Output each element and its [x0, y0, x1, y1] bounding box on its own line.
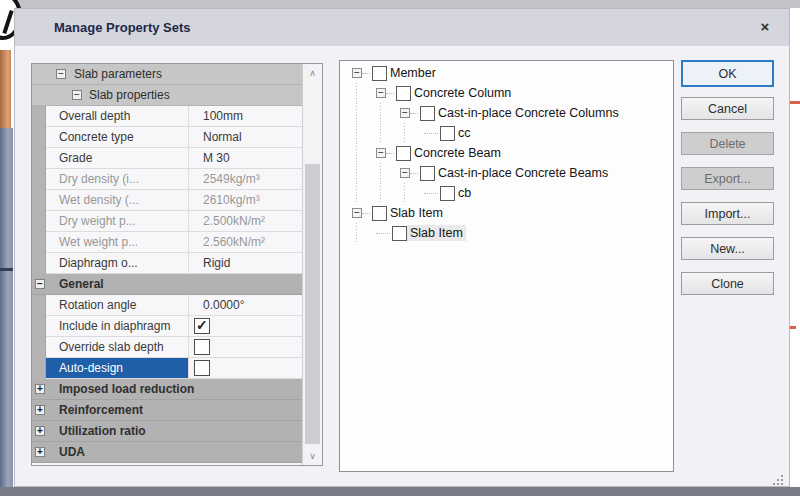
scroll-up-icon[interactable]: ∧ — [303, 64, 322, 82]
grid-group-row[interactable]: +Imposed load reduction — [32, 379, 302, 400]
property-name: Diaphragm o... — [46, 253, 189, 274]
tree-guide-line — [352, 103, 376, 123]
expander-minus-icon[interactable]: − — [352, 68, 362, 78]
property-value[interactable]: 2.500kN/m² — [189, 211, 302, 232]
expander-minus-icon[interactable]: − — [400, 168, 410, 178]
tree-item[interactable]: −Cast-in-place Concrete Columns — [340, 103, 673, 123]
ok-button[interactable]: OK — [681, 60, 774, 87]
tree-item-label[interactable]: cb — [455, 185, 474, 201]
checkbox-unchecked-icon[interactable] — [420, 166, 435, 181]
grid-property-row[interactable]: Wet weight p...2.560kN/m² — [32, 232, 302, 253]
cancel-button[interactable]: Cancel — [681, 97, 774, 120]
scroll-down-icon[interactable]: ∨ — [303, 447, 322, 465]
expander-minus-icon[interactable]: − — [400, 108, 410, 118]
checkbox-unchecked-icon[interactable] — [194, 360, 210, 376]
checkbox-unchecked-icon[interactable] — [392, 226, 407, 241]
checkbox-checked-icon[interactable] — [194, 318, 210, 334]
expander-plus-icon[interactable]: + — [35, 447, 45, 457]
grid-property-row[interactable]: Wet density (...2610kg/m³ — [32, 190, 302, 211]
property-value[interactable]: Rigid — [189, 253, 302, 274]
expander-minus-icon[interactable]: − — [352, 208, 362, 218]
import-button[interactable]: Import... — [681, 202, 774, 225]
grid-property-row[interactable]: Overall depth100mm — [32, 106, 302, 127]
checkbox-unchecked-icon[interactable] — [396, 146, 411, 161]
expander-minus-icon[interactable]: − — [376, 88, 386, 98]
grid-property-row[interactable]: Include in diaphragm — [32, 316, 302, 337]
scrollbar-thumb[interactable] — [305, 164, 320, 444]
expander-minus-icon[interactable]: − — [35, 279, 45, 289]
tree-item[interactable]: Slab Item — [340, 223, 673, 243]
property-value[interactable] — [189, 337, 302, 358]
expander-plus-icon[interactable]: + — [35, 426, 45, 436]
property-value[interactable] — [189, 316, 302, 337]
property-sets-tree: −Member−Concrete Column−Cast-in-place Co… — [339, 60, 674, 472]
expander-minus-icon[interactable]: − — [72, 90, 82, 100]
property-value-text: Rigid — [203, 256, 230, 270]
tree-item-label[interactable]: cc — [455, 125, 474, 141]
tree-item[interactable]: −Concrete Column — [340, 83, 673, 103]
dialog-titlebar[interactable]: Manage Property Sets × — [15, 9, 789, 46]
grid-group-row[interactable]: −Slab properties — [32, 85, 302, 106]
close-icon[interactable]: × — [755, 17, 775, 37]
grid-group-label: Slab properties — [89, 88, 170, 102]
grid-group-label: Utilization ratio — [59, 424, 146, 438]
grid-row-gutter — [32, 211, 46, 232]
grid-property-row[interactable]: Override slab depth — [32, 337, 302, 358]
grid-property-row[interactable]: Dry weight p...2.500kN/m² — [32, 211, 302, 232]
grid-group-row[interactable]: −General — [32, 274, 302, 295]
tree-item[interactable]: −Member — [340, 63, 673, 83]
new-button[interactable]: New... — [681, 237, 774, 260]
grid-row-gutter — [32, 190, 46, 211]
grid-group-row[interactable]: +UDA — [32, 442, 302, 463]
tree-item[interactable]: cc — [340, 123, 673, 143]
property-value[interactable]: Normal — [189, 127, 302, 148]
checkbox-unchecked-icon[interactable] — [396, 86, 411, 101]
expander-minus-icon[interactable]: − — [56, 69, 66, 79]
checkbox-unchecked-icon[interactable] — [440, 126, 455, 141]
tree-item[interactable]: cb — [340, 183, 673, 203]
property-value-text: 2549kg/m³ — [203, 172, 260, 186]
property-grid-scrollbar[interactable]: ∧ ∨ — [302, 64, 322, 465]
grid-group-row[interactable]: +Utilization ratio — [32, 421, 302, 442]
tree-item[interactable]: −Cast-in-place Concrete Beams — [340, 163, 673, 183]
property-name: Dry density (i... — [46, 169, 189, 190]
tree-item-label[interactable]: Concrete Column — [411, 85, 514, 101]
property-value[interactable]: 100mm — [189, 106, 302, 127]
grid-property-row[interactable]: Auto-design — [32, 358, 302, 379]
grid-property-row[interactable]: Concrete typeNormal — [32, 127, 302, 148]
expander-plus-icon[interactable]: + — [35, 384, 45, 394]
grid-group-row[interactable]: +Reinforcement — [32, 400, 302, 421]
tree-guide-line — [352, 223, 376, 243]
grid-group-label: Reinforcement — [59, 403, 143, 417]
tree-item-label[interactable]: Slab Item — [407, 225, 466, 241]
checkbox-unchecked-icon[interactable] — [194, 339, 210, 355]
tree-item-label[interactable]: Slab Item — [387, 205, 446, 221]
grid-property-row[interactable]: Rotation angle0.0000° — [32, 295, 302, 316]
checkbox-unchecked-icon[interactable] — [420, 106, 435, 121]
grid-property-row[interactable]: GradeM 30 — [32, 148, 302, 169]
grid-row-gutter — [32, 358, 46, 379]
checkbox-unchecked-icon[interactable] — [372, 206, 387, 221]
tree-item-label[interactable]: Cast-in-place Concrete Columns — [435, 105, 622, 121]
expander-minus-icon[interactable]: − — [376, 148, 386, 158]
tree-item-label[interactable]: Member — [387, 65, 439, 81]
property-value[interactable] — [189, 358, 302, 379]
property-value[interactable]: 2549kg/m³ — [189, 169, 302, 190]
checkbox-unchecked-icon[interactable] — [440, 186, 455, 201]
grid-group-row[interactable]: −Slab parameters — [32, 64, 302, 85]
tree-item[interactable]: −Slab Item — [340, 203, 673, 223]
resize-grip[interactable] — [771, 475, 783, 486]
expander-plus-icon[interactable]: + — [35, 405, 45, 415]
property-value[interactable]: 0.0000° — [189, 295, 302, 316]
tree-item[interactable]: −Concrete Beam — [340, 143, 673, 163]
checkbox-unchecked-icon[interactable] — [372, 66, 387, 81]
property-value[interactable]: M 30 — [189, 148, 302, 169]
tree-item-label[interactable]: Concrete Beam — [411, 145, 504, 161]
property-value[interactable]: 2.560kN/m² — [189, 232, 302, 253]
grid-property-row[interactable]: Diaphragm o...Rigid — [32, 253, 302, 274]
clone-button[interactable]: Clone — [681, 272, 774, 295]
tree-item-label[interactable]: Cast-in-place Concrete Beams — [435, 165, 611, 181]
background-right-area — [790, 8, 800, 487]
property-value[interactable]: 2610kg/m³ — [189, 190, 302, 211]
grid-property-row[interactable]: Dry density (i...2549kg/m³ — [32, 169, 302, 190]
